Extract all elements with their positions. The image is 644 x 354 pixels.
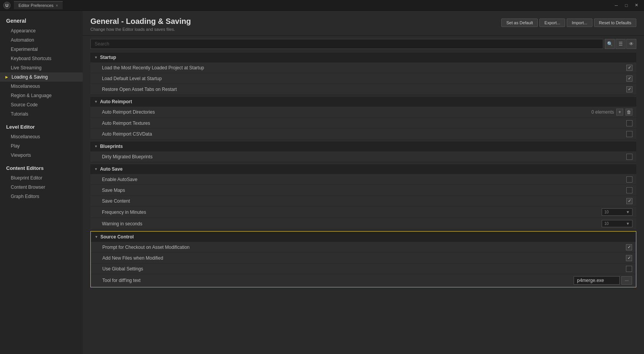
view-options-button[interactable]: 👁 (626, 39, 636, 49)
tool-diffing-browse-button[interactable]: ··· (621, 276, 632, 285)
blueprints-section-header[interactable]: ▼ Blueprints (90, 141, 636, 151)
startup-title: Startup (100, 55, 116, 60)
minimize-button[interactable]: ─ (612, 2, 621, 9)
add-new-files-checkbox[interactable] (626, 255, 632, 261)
sidebar-item-viewports[interactable]: Viewports (0, 151, 83, 160)
page-subtitle: Change how the Editor loads and saves fi… (90, 27, 191, 32)
auto-save-title: Auto Save (100, 166, 123, 172)
sidebar-item-source-code[interactable]: Source Code (0, 100, 83, 109)
dirty-migrated-blueprints-checkbox[interactable] (626, 154, 632, 160)
auto-reimport-csvdata-checkbox[interactable] (626, 131, 632, 137)
general-section-header: General (0, 14, 83, 26)
sidebar-item-region-language[interactable]: Region & Language (0, 91, 83, 100)
page-header: General - Loading & Saving Change how th… (83, 11, 644, 36)
save-maps-checkbox[interactable] (626, 187, 632, 193)
blueprints-section: ▼ Blueprints Dirty Migrated Blueprints (90, 141, 636, 162)
load-recent-project-checkbox[interactable] (626, 65, 632, 71)
use-global-settings-control (626, 266, 632, 272)
save-content-control (626, 198, 632, 204)
auto-reimport-dirs-count: 0 elements (591, 109, 614, 115)
editor-preferences-tab[interactable]: Editor Preferences × (14, 1, 63, 9)
load-default-level-control (626, 75, 632, 82)
table-row: Load the Most Recently Loaded Project at… (90, 62, 636, 73)
sidebar-item-play[interactable]: Play (0, 141, 83, 151)
export-button[interactable]: Export... (539, 18, 565, 27)
source-control-section: ▼ Source Control Prompt for Checkout on … (90, 231, 636, 287)
main-layout: General Appearance Automation Experiment… (0, 11, 644, 354)
maximize-button[interactable]: □ (622, 2, 631, 9)
tool-diffing-text-input[interactable] (574, 276, 620, 285)
sidebar-item-live-streaming[interactable]: Live Streaming (0, 63, 83, 72)
auto-reimport-textures-checkbox[interactable] (626, 120, 632, 126)
use-global-settings-checkbox[interactable] (626, 266, 632, 272)
remove-dir-button[interactable]: 🗑 (626, 109, 632, 116)
auto-reimport-arrow: ▼ (94, 100, 98, 104)
use-global-settings-label: Use Global Settings (102, 266, 626, 272)
tool-diffing-text-control: ··· (574, 276, 632, 285)
frequency-minutes-input[interactable]: 10 ▼ (602, 208, 632, 216)
enable-autosave-checkbox[interactable] (626, 176, 632, 183)
warning-seconds-input[interactable]: 10 ▼ (602, 220, 632, 227)
close-tab-button[interactable]: × (56, 3, 58, 8)
table-row: Tool for diff'ing text ··· (91, 274, 636, 287)
ue-logo: U (3, 2, 11, 9)
source-control-title: Source Control (100, 234, 134, 240)
warning-seconds-label: Warning in seconds (102, 221, 602, 226)
warning-seconds-arrow: ▼ (626, 221, 630, 226)
auto-reimport-dirs-label: Auto Reimport Directories (102, 109, 591, 115)
dirty-migrated-blueprints-control (626, 154, 632, 160)
table-row: Save Content (90, 196, 636, 206)
close-window-button[interactable]: ✕ (632, 2, 641, 9)
auto-reimport-dirs-control: 0 elements + 🗑 (591, 109, 632, 116)
load-recent-project-control (626, 65, 632, 71)
sidebar-item-experimental[interactable]: Experimental (0, 45, 83, 54)
source-control-section-header[interactable]: ▼ Source Control (91, 232, 636, 242)
auto-reimport-textures-label: Auto Reimport Textures (102, 121, 626, 126)
sidebar-item-loading-saving[interactable]: Loading & Saving (0, 72, 83, 82)
sidebar-item-graph-editors[interactable]: Graph Editors (0, 192, 83, 201)
table-row: Enable AutoSave (90, 174, 636, 185)
search-icons: 🔍 ☰ 👁 (605, 39, 636, 49)
save-content-checkbox[interactable] (626, 198, 632, 204)
sidebar-item-keyboard-shortcuts[interactable]: Keyboard Shortcuts (0, 54, 83, 63)
sidebar: General Appearance Automation Experiment… (0, 11, 83, 354)
startup-section-header[interactable]: ▼ Startup (90, 52, 636, 62)
content-editors-section-header: Content Editors (0, 160, 83, 173)
level-editor-section-header: Level Editor (0, 119, 83, 132)
restore-open-tabs-checkbox[interactable] (626, 86, 632, 92)
sidebar-item-tutorials[interactable]: Tutorials (0, 109, 83, 119)
restore-open-tabs-control (626, 86, 632, 92)
import-button[interactable]: Import... (567, 18, 592, 27)
prompt-checkout-checkbox[interactable] (626, 244, 632, 250)
auto-reimport-csvdata-control (626, 131, 632, 137)
search-icon-button[interactable]: 🔍 (605, 39, 615, 49)
table-row: Load Default Level at Startup (90, 73, 636, 84)
source-control-section-body: Prompt for Checkout on Asset Modificatio… (91, 242, 636, 287)
blueprints-arrow: ▼ (94, 144, 98, 148)
set-as-default-button[interactable]: Set as Default (501, 18, 538, 27)
sidebar-item-appearance[interactable]: Appearance (0, 26, 83, 35)
search-input[interactable] (90, 39, 603, 49)
sidebar-item-automation[interactable]: Automation (0, 35, 83, 45)
auto-reimport-section-header[interactable]: ▼ Auto Reimport (90, 96, 636, 107)
table-row: Warning in seconds 10 ▼ (90, 218, 636, 230)
enable-autosave-control (626, 176, 632, 183)
save-maps-label: Save Maps (102, 188, 626, 193)
sidebar-item-content-browser[interactable]: Content Browser (0, 183, 83, 192)
reset-to-defaults-button[interactable]: Reset to Defaults (594, 18, 636, 27)
table-row: Frequency in Minutes 10 ▼ (90, 206, 636, 218)
table-row: Prompt for Checkout on Asset Modificatio… (91, 242, 636, 253)
sidebar-item-level-misc[interactable]: Miscellaneous (0, 132, 83, 141)
add-dir-button[interactable]: + (616, 109, 623, 116)
sidebar-item-blueprint-editor[interactable]: Blueprint Editor (0, 173, 83, 183)
load-default-level-checkbox[interactable] (626, 75, 632, 82)
list-view-button[interactable]: ☰ (616, 39, 626, 49)
restore-open-tabs-label: Restore Open Asset Tabs on Restart (102, 87, 626, 92)
frequency-minutes-arrow: ▼ (626, 210, 630, 214)
auto-save-section-header[interactable]: ▼ Auto Save (90, 164, 636, 174)
add-new-files-control (626, 255, 632, 261)
startup-arrow: ▼ (94, 55, 98, 59)
auto-save-section: ▼ Auto Save Enable AutoSave Save Maps (90, 164, 636, 230)
sidebar-item-miscellaneous[interactable]: Miscellaneous (0, 82, 83, 91)
table-row: Add New Files when Modified (91, 253, 636, 263)
